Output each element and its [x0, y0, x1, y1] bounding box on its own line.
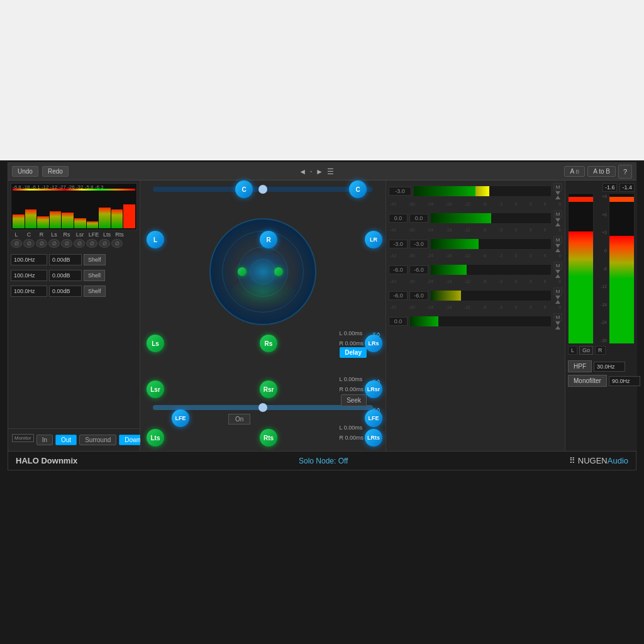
filter-gain-1[interactable] [49, 254, 82, 265]
polar-node-right[interactable] [274, 267, 283, 276]
nav-list-icon[interactable]: ☰ [327, 167, 334, 176]
hpf-freq[interactable] [594, 362, 625, 372]
routing-scale-top: -42-30-24-18-12-6-30369 [389, 202, 562, 206]
go-button[interactable]: Go [579, 346, 593, 355]
filter-freq-2[interactable] [11, 270, 47, 281]
nav-back-arrow[interactable]: ◄ [299, 167, 306, 176]
ch-label-Ls: Ls [48, 231, 60, 238]
db-minus6: -6 [596, 267, 607, 271]
delay-values-2: L 0.00ms R 0.00ms [339, 374, 364, 394]
undo-button[interactable]: Undo [12, 166, 38, 177]
routing-row-LR: 0.0 0.0 M [389, 210, 562, 226]
node-LRsr[interactable]: LRsr [365, 380, 382, 398]
meter-bar-9 [111, 209, 123, 228]
m-btn-top[interactable]: M [553, 183, 562, 191]
routing-row-LFE: 0.0 M [389, 313, 562, 330]
hpf-button[interactable]: HPF [568, 360, 592, 372]
phase-btn-Lsr[interactable]: ∅ [74, 239, 85, 248]
vu-fill-R [609, 236, 634, 343]
m-btn-LRs[interactable]: M [553, 236, 562, 243]
monitor-label: Monitor [12, 434, 34, 442]
filter-type-2[interactable]: Shell [84, 270, 105, 281]
filter-row-2: Shell [8, 269, 140, 282]
monofilter-freq[interactable] [609, 376, 640, 386]
ch-label-Lts: Lts [101, 231, 113, 238]
node-C-top[interactable]: C [235, 180, 253, 198]
lfe-on-button[interactable]: On [228, 414, 250, 425]
filter-gain-2[interactable] [49, 270, 82, 281]
top-slider[interactable] [153, 187, 373, 192]
seek-button[interactable]: Seek [341, 394, 367, 406]
peak-row: -1.6 -1.4 [565, 180, 637, 193]
triangle-up-LRs [555, 248, 560, 252]
phase-btn-L[interactable]: ∅ [11, 239, 22, 248]
node-LR[interactable]: LR [365, 231, 382, 248]
node-Rts[interactable]: Rts [260, 429, 277, 447]
delay-button[interactable]: Delay [340, 347, 367, 358]
routing-val-LRsr-R: -6.0 [409, 265, 428, 274]
routing-meter-fill-LR-L [431, 213, 491, 218]
node-LRts[interactable]: LRts [365, 429, 382, 447]
routing-meter-fill-LRs-R [431, 244, 479, 249]
preset-a-button[interactable]: A B [564, 166, 585, 177]
meter-bar-2 [25, 209, 37, 228]
bottom-bar: HALO Downmix Solo Node: Off ⠿ NUGENAudio [8, 451, 636, 470]
node-Rsr[interactable]: Rsr [260, 380, 277, 398]
vu-meters: +9 +6 +3 0 -6 -12 -18 -24 -30 [565, 193, 637, 344]
gs-slider[interactable] [153, 405, 373, 410]
filter-row-3: Shelf [8, 284, 140, 298]
phase-btn-Rts[interactable]: ∅ [111, 239, 123, 248]
routing-val-LRs-L: -3.0 [389, 240, 408, 248]
filter-freq-1[interactable] [11, 254, 47, 265]
help-button[interactable]: ? [618, 165, 632, 179]
nav-play-arrow[interactable]: ► [316, 167, 323, 176]
m-btn-LFE[interactable]: M [553, 313, 562, 321]
filter-freq-3[interactable] [11, 286, 47, 297]
inner-content: -6.8 -18 -6.1 -12 -12 -27 -26 -32 -5.8 -… [8, 180, 636, 451]
node-Ls[interactable]: Ls [147, 335, 164, 352]
delay-R-3: R 0.00ms [339, 433, 364, 443]
filter-type-3[interactable]: Shelf [84, 286, 106, 297]
m-btn-LRsr[interactable]: M [553, 262, 562, 269]
m-btn-LR[interactable]: M [553, 210, 562, 218]
routing-controls: -3.0 M -42-30-24-18-12-6-30369 [386, 180, 565, 333]
polar-node-left[interactable] [238, 267, 247, 276]
routing-row-LRs: -3.0 -3.0 M [389, 236, 562, 252]
phase-btn-LFE[interactable]: ∅ [86, 239, 97, 248]
meter-bar-6 [74, 218, 86, 229]
node-LFE-right[interactable]: LFE [365, 409, 382, 427]
delay-L-1: L 0.00ms [339, 328, 364, 338]
node-C-right[interactable]: C [349, 180, 367, 198]
node-LFE-left[interactable]: LFE [172, 409, 189, 427]
ch-label-Rts: Rts [114, 231, 125, 238]
filter-gain-3[interactable] [49, 286, 82, 297]
nav-dot: • [310, 169, 312, 174]
m-btn-LRts[interactable]: M [553, 287, 562, 295]
filter-row-1: Shelf [8, 253, 140, 267]
node-Rs[interactable]: Rs [260, 335, 277, 352]
node-L[interactable]: L [147, 231, 164, 248]
plugin-window: Undo Redo ◄ • ► ☰ A B A to B ? -6.8 -18 … [8, 162, 636, 470]
node-Lts[interactable]: Lts [147, 429, 164, 447]
monitor-surround-button[interactable]: Surround [79, 435, 116, 445]
redo-button[interactable]: Redo [42, 166, 69, 177]
top-slider-row [153, 187, 373, 192]
routing-m-LFE: M [553, 313, 562, 330]
phase-btn-Rs[interactable]: ∅ [61, 239, 72, 248]
monitor-out-button[interactable]: Out [55, 435, 77, 445]
routing-val-LRs-R: -3.0 [409, 240, 428, 248]
monofilter-button[interactable]: Monofilter [568, 375, 607, 387]
delay-L-3: L 0.00ms [339, 423, 364, 433]
phase-btn-R[interactable]: ∅ [36, 239, 47, 248]
phase-btn-Lts[interactable]: ∅ [99, 239, 110, 248]
preset-a-to-b-button[interactable]: A to B [587, 166, 616, 177]
filter-type-1[interactable]: Shelf [84, 254, 106, 265]
phase-btn-C[interactable]: ∅ [23, 239, 35, 248]
node-R[interactable]: R [260, 231, 277, 248]
monitor-in-button[interactable]: In [36, 435, 53, 445]
ch-label-LFE: LFE [87, 231, 100, 238]
phase-btn-Ls[interactable]: ∅ [48, 239, 60, 248]
node-Lsr[interactable]: Lsr [147, 380, 164, 398]
node-LRs[interactable]: LRs [365, 335, 382, 352]
db-minus18: -18 [596, 303, 607, 307]
